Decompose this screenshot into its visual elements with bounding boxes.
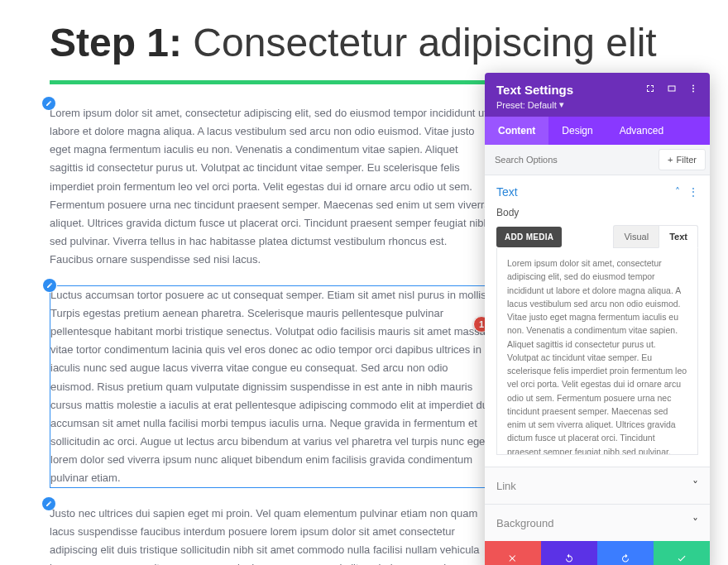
cancel-button[interactable]: [485, 541, 541, 565]
undo-icon: [564, 553, 574, 563]
search-input[interactable]: [485, 146, 654, 173]
redo-button[interactable]: [597, 541, 654, 565]
page-title: Step 1: Consectetur adipiscing elit: [50, 20, 678, 65]
svg-point-2: [692, 91, 694, 93]
paragraph-3[interactable]: Justo nec ultrices dui sapien eget mi pr…: [50, 505, 492, 565]
filter-button[interactable]: + Filter: [659, 149, 706, 170]
search-row: + Filter: [485, 145, 710, 175]
tab-advanced[interactable]: Advanced: [606, 117, 677, 145]
editor-textarea[interactable]: Lorem ipsum dolor sit amet, consectetur …: [496, 248, 698, 455]
more-icon[interactable]: ⋮: [688, 186, 698, 198]
redo-icon: [620, 553, 630, 563]
paragraph-text: Lorem ipsum dolor sit amet, consectetur …: [50, 107, 491, 266]
editor-toolbar: ADD MEDIA Visual Text: [485, 225, 710, 248]
paragraph-2-selected[interactable]: Luctus accumsan tortor posuere ac ut con…: [50, 285, 492, 488]
undo-button[interactable]: [541, 541, 597, 565]
edit-handle-icon[interactable]: [42, 97, 55, 110]
chevron-up-icon: ˄: [675, 186, 680, 198]
tab-content[interactable]: Content: [485, 117, 548, 145]
paragraph-text: Luctus accumsan tortor posuere ac ut con…: [50, 289, 491, 484]
check-icon: [677, 553, 687, 563]
expand-icon[interactable]: [645, 84, 655, 96]
body-label: Body: [485, 203, 710, 225]
plus-icon: +: [668, 155, 673, 165]
modal-icon[interactable]: [667, 84, 677, 96]
mode-text[interactable]: Text: [659, 225, 698, 248]
text-section: Text ˄ ⋮ Body ADD MEDIA Visual Text Lore…: [485, 175, 710, 467]
title-rest: Consectetur adipiscing elit: [182, 21, 657, 65]
paragraph-1[interactable]: Lorem ipsum dolor sit amet, consectetur …: [50, 104, 492, 269]
panel-title: Text Settings: [496, 83, 573, 97]
more-icon[interactable]: [688, 84, 698, 96]
panel-footer: [485, 541, 710, 565]
text-settings-panel: Text Settings Preset: Default ▾ Content …: [485, 73, 710, 565]
chevron-down-icon: ˅: [692, 516, 698, 529]
paragraph-text: Justo nec ultrices dui sapien eget mi pr…: [50, 507, 490, 565]
panel-tabs: Content Design Advanced: [485, 117, 710, 145]
link-accordion[interactable]: Link ˅: [485, 467, 710, 504]
title-step: Step 1:: [50, 21, 182, 65]
close-icon: [508, 553, 518, 563]
add-media-button[interactable]: ADD MEDIA: [496, 227, 562, 247]
edit-handle-icon[interactable]: [42, 497, 55, 510]
edit-handle-icon[interactable]: [43, 279, 56, 292]
tab-design[interactable]: Design: [548, 117, 606, 145]
preset-selector[interactable]: Preset: Default ▾: [496, 99, 698, 110]
mode-visual[interactable]: Visual: [613, 225, 659, 248]
chevron-down-icon: ˅: [692, 479, 698, 492]
chevron-down-icon: ▾: [559, 99, 564, 110]
text-section-header[interactable]: Text ˄ ⋮: [485, 175, 710, 203]
title-underline: [50, 80, 490, 84]
save-button[interactable]: [654, 541, 710, 565]
svg-point-0: [692, 85, 694, 87]
svg-point-1: [692, 88, 694, 89]
panel-header[interactable]: Text Settings Preset: Default ▾: [485, 73, 710, 117]
background-accordion[interactable]: Background ˅: [485, 504, 710, 541]
